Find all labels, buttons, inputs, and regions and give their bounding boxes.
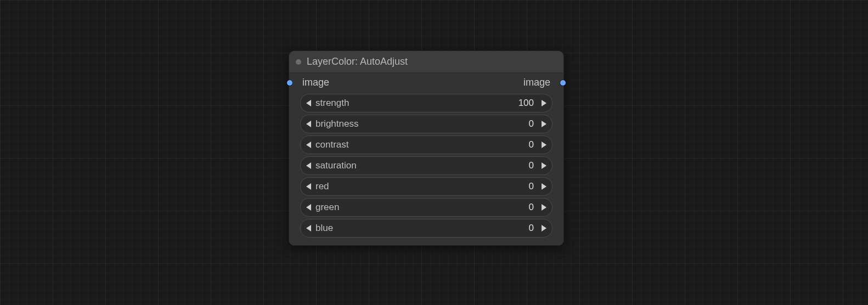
decrement-arrow-icon[interactable]: [306, 183, 311, 190]
param-value: 0: [512, 223, 534, 234]
port-dot-icon: [287, 80, 292, 86]
node-header[interactable]: LayerColor: AutoAdjust: [289, 51, 563, 73]
ports-row: image image: [289, 73, 563, 94]
decrement-arrow-icon[interactable]: [306, 162, 311, 169]
output-port-image[interactable]: image: [523, 77, 560, 88]
layercolor-autoadjust-node[interactable]: LayerColor: AutoAdjust image image stren…: [289, 50, 564, 246]
param-green[interactable]: green 0: [300, 198, 553, 217]
param-contrast[interactable]: contrast 0: [300, 135, 553, 154]
param-value: 0: [512, 139, 534, 150]
increment-arrow-icon[interactable]: [542, 225, 546, 231]
params-list: strength 100 brightness 0 contrast 0 sat…: [289, 94, 563, 238]
param-saturation[interactable]: saturation 0: [300, 156, 553, 175]
node-title: LayerColor: AutoAdjust: [307, 56, 408, 67]
param-label: contrast: [315, 139, 512, 150]
param-label: red: [315, 181, 512, 192]
node-status-dot-icon: [296, 59, 301, 65]
input-port-label: image: [302, 77, 329, 88]
param-label: blue: [315, 223, 512, 234]
param-brightness[interactable]: brightness 0: [300, 115, 553, 133]
param-value: 0: [512, 181, 534, 192]
param-value: 0: [512, 118, 534, 129]
param-value: 100: [512, 98, 534, 109]
output-port-label: image: [523, 77, 550, 88]
param-red[interactable]: red 0: [300, 177, 553, 196]
param-value: 0: [512, 160, 534, 171]
increment-arrow-icon[interactable]: [542, 100, 546, 106]
increment-arrow-icon[interactable]: [542, 183, 546, 190]
decrement-arrow-icon[interactable]: [306, 225, 311, 231]
decrement-arrow-icon[interactable]: [306, 121, 311, 127]
decrement-arrow-icon[interactable]: [306, 100, 311, 106]
input-port-image[interactable]: image: [292, 77, 329, 88]
increment-arrow-icon[interactable]: [542, 204, 546, 211]
param-label: strength: [315, 98, 512, 109]
param-strength[interactable]: strength 100: [300, 94, 553, 112]
node-body: image image strength 100 brightness 0: [289, 73, 563, 245]
decrement-arrow-icon[interactable]: [306, 142, 311, 148]
param-blue[interactable]: blue 0: [300, 219, 553, 238]
port-dot-icon: [560, 80, 566, 86]
param-label: green: [315, 202, 512, 213]
decrement-arrow-icon[interactable]: [306, 204, 311, 211]
increment-arrow-icon[interactable]: [542, 121, 546, 127]
param-label: saturation: [315, 160, 512, 171]
param-label: brightness: [315, 118, 512, 129]
increment-arrow-icon[interactable]: [542, 142, 546, 148]
increment-arrow-icon[interactable]: [542, 162, 546, 169]
param-value: 0: [512, 202, 534, 213]
